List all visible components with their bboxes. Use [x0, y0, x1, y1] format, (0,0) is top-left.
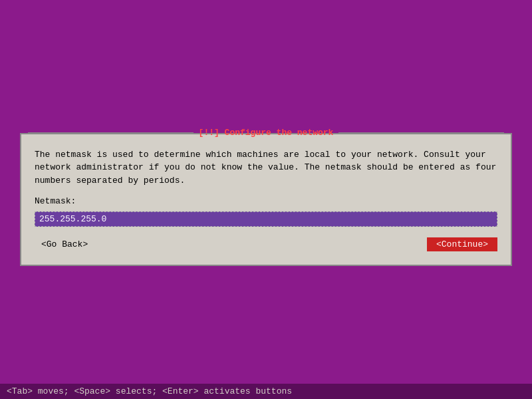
- status-bar: <Tab> moves; <Space> selects; <Enter> ac…: [0, 384, 532, 399]
- dialog-title: [!!] Configure the network: [194, 128, 339, 138]
- dialog-title-bar: [!!] Configure the network: [21, 128, 511, 138]
- field-label: Netmask:: [35, 196, 497, 206]
- dialog-content: The netmask is used to determine which m…: [21, 138, 511, 265]
- status-bar-text: <Tab> moves; <Space> selects; <Enter> ac…: [7, 386, 292, 396]
- dialog-box: [!!] Configure the network The netmask i…: [20, 133, 512, 267]
- go-back-button[interactable]: <Go Back>: [35, 237, 94, 251]
- button-row: <Go Back> <Continue>: [35, 237, 497, 254]
- continue-button[interactable]: <Continue>: [427, 237, 497, 251]
- description-text: The netmask is used to determine which m…: [35, 148, 497, 188]
- netmask-input[interactable]: [35, 211, 497, 227]
- title-line-left: [28, 132, 194, 133]
- title-line-right: [338, 132, 504, 133]
